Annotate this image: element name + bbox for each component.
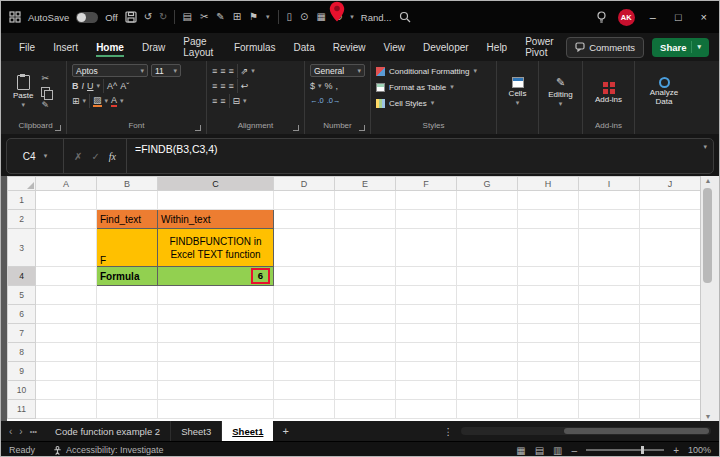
paste-button[interactable]: Paste ▾ [10,63,36,121]
cell[interactable] [457,400,518,419]
increase-decimal-button[interactable]: ←.0 [310,96,324,105]
cell-styles-button[interactable]: Cell Styles ▾ [376,95,491,111]
cell[interactable] [518,286,579,305]
align-right-button[interactable]: ≡ [229,81,234,91]
qat-dropdown-icon[interactable]: ▾ [266,13,270,21]
menu-tab-page-layout[interactable]: Page Layout [175,31,224,63]
cell[interactable] [274,362,335,381]
cell[interactable] [640,305,701,324]
menu-tab-insert[interactable]: Insert [45,37,86,58]
cell[interactable] [457,286,518,305]
cell[interactable] [274,381,335,400]
flag-icon[interactable]: ⚑ [249,12,258,22]
cell[interactable] [518,362,579,381]
align-top-button[interactable]: ≡ [212,66,217,76]
cell[interactable] [36,381,97,400]
cell[interactable] [36,362,97,381]
row-header-7[interactable]: 7 [8,324,36,343]
cell[interactable] [457,324,518,343]
cell[interactable] [457,305,518,324]
cell[interactable] [579,210,640,229]
undo-icon[interactable]: ↺ [144,12,152,22]
row-header-6[interactable]: 6 [8,305,36,324]
sheet-tab-sheet1-active[interactable]: Sheet1 [222,421,273,441]
col-header-C[interactable]: C [158,177,274,191]
cell[interactable] [97,305,158,324]
cell[interactable] [97,400,158,419]
increase-indent-button[interactable]: ≡ [220,96,225,106]
account-avatar[interactable]: AK [618,9,635,26]
menu-tab-view[interactable]: View [376,37,414,58]
name-box-dropdown-icon[interactable]: ▾ [44,152,48,160]
col-header-F[interactable]: F [396,177,457,191]
cell[interactable] [457,381,518,400]
underline-button[interactable]: U [87,81,94,91]
share-dropdown-icon[interactable]: ▾ [697,43,701,51]
borders-dropdown-icon[interactable]: ▾ [83,97,87,105]
menu-tab-formulas[interactable]: Formulas [226,37,284,58]
col-header-D[interactable]: D [274,177,335,191]
cell[interactable] [396,286,457,305]
accounting-dropdown-icon[interactable]: ▾ [318,82,322,90]
row-header-1[interactable]: 1 [8,191,36,210]
cell[interactable] [518,381,579,400]
sheet-nav-right-icon[interactable]: › [19,426,22,437]
zoom-out-button[interactable]: – [572,445,578,456]
decrease-decimal-button[interactable]: .0→ [327,96,341,105]
new-document-icon[interactable]: ▯ [287,12,293,22]
cell[interactable] [579,400,640,419]
number-format-select[interactable]: General▾ [310,64,365,77]
clipboard-dialog-launcher[interactable] [55,125,61,131]
cell[interactable] [36,400,97,419]
cell[interactable] [396,229,457,267]
cell[interactable] [396,400,457,419]
cell[interactable] [97,343,158,362]
cell[interactable] [518,229,579,267]
col-header-E[interactable]: E [335,177,396,191]
cell[interactable] [396,191,457,210]
cell[interactable] [36,229,97,267]
cell[interactable] [274,267,335,286]
col-header-J[interactable]: J [640,177,701,191]
cell[interactable] [396,267,457,286]
conditional-formatting-button[interactable]: Conditional Formatting ▾ [376,63,491,79]
cell[interactable] [36,191,97,210]
cell[interactable] [335,210,396,229]
cell[interactable] [396,362,457,381]
row-header-8[interactable]: 8 [8,343,36,362]
normal-view-icon[interactable]: ▦ [516,445,525,456]
cell[interactable] [518,343,579,362]
cell-B2[interactable]: Find_text [97,210,158,229]
clipboard-icon[interactable]: ▤ [182,12,191,22]
scroll-down-icon[interactable]: ▼ [701,413,715,420]
cell[interactable] [579,343,640,362]
row-header-3[interactable]: 3 [8,229,36,267]
comma-style-button[interactable]: , [336,81,339,91]
cell[interactable] [457,267,518,286]
vertical-scroll-thumb[interactable] [703,188,712,283]
align-bottom-button[interactable]: ≡ [229,66,234,76]
editing-dropdown-icon[interactable]: ▾ [559,100,563,108]
cell[interactable] [335,229,396,267]
cell[interactable] [97,362,158,381]
alignment-dialog-launcher[interactable] [293,125,299,131]
qat-custom-label[interactable]: Rand... [361,12,392,23]
page-layout-view-icon[interactable]: ▤ [535,445,544,456]
cell[interactable] [518,210,579,229]
cell[interactable] [579,381,640,400]
row-header-11[interactable]: 11 [8,400,36,419]
name-box[interactable]: C4 ▾ [7,139,64,173]
zoom-in-button[interactable]: + [673,445,679,456]
menu-tab-draw[interactable]: Draw [134,37,173,58]
editing-button[interactable]: ✎ Editing ▾ [544,63,577,121]
zoom-slider-thumb[interactable] [641,446,644,454]
cell[interactable] [640,343,701,362]
table-icon[interactable]: ⊞ [233,12,241,22]
font-dialog-launcher[interactable] [195,125,201,131]
autosave-toggle[interactable] [76,12,98,23]
analyze-data-button[interactable]: Analyze Data [640,63,688,121]
horizontal-scrollbar[interactable] [461,427,711,435]
format-as-table-button[interactable]: Format as Table ▾ [376,79,491,95]
borders-button[interactable]: ⊞ [72,96,80,106]
grow-font-button[interactable]: A^ [107,81,117,91]
